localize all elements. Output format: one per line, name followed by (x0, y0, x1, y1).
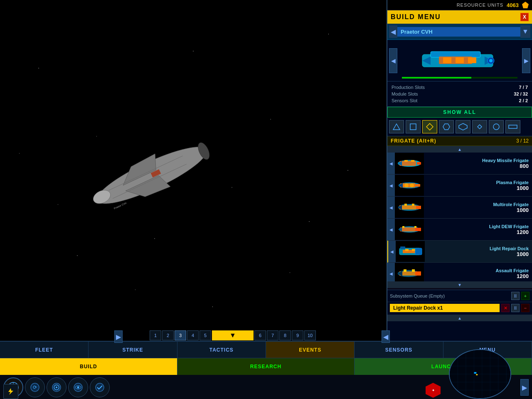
svg-text:Praetor CVH: Praetor CVH (113, 202, 127, 209)
svg-rect-62 (412, 269, 415, 272)
nav-tactics[interactable]: TACTICS (177, 342, 266, 358)
svg-rect-26 (509, 125, 517, 128)
icon-check[interactable] (90, 377, 110, 397)
ship-row-multirole[interactable]: ◀ Multirole Frigate 1000 (387, 197, 532, 219)
svg-rect-46 (400, 227, 415, 232)
light-repair-info: Light Repair Dock 1000 (425, 244, 532, 259)
preview-nav-right[interactable]: ▶ (522, 48, 530, 73)
svg-rect-49 (414, 226, 416, 228)
svg-point-37 (410, 183, 414, 187)
filter-diamond-small[interactable] (472, 120, 487, 133)
svg-rect-30 (417, 162, 421, 165)
ship-row-arrow[interactable]: ◀ (387, 153, 395, 174)
icon-lightning[interactable] (3, 384, 18, 399)
ship-selector-next[interactable]: ▼ (520, 25, 530, 38)
filter-hexagon-h[interactable] (439, 120, 454, 133)
queue-pause-btn[interactable]: II (511, 304, 520, 312)
filter-hexagon[interactable] (456, 120, 470, 133)
svg-rect-56 (400, 246, 405, 249)
center-dropdown[interactable]: ▼ (212, 330, 254, 340)
square-icon (409, 123, 417, 131)
icon-eye[interactable] (68, 377, 88, 397)
light-dew-row-arrow[interactable]: ◀ (387, 219, 395, 240)
num-tab-8[interactable]: 8 (279, 330, 291, 340)
ship-thumb-multirole (395, 197, 424, 218)
filter-rect[interactable] (505, 120, 520, 133)
light-repair-cost: 1000 (428, 251, 529, 257)
stat-sensors-label: Sensors Slot (392, 98, 417, 103)
action-research[interactable]: RESEARCH (177, 358, 355, 375)
ship-row-heavy-missile[interactable]: ◀ Heavy Missile Frigate 800 (387, 153, 532, 175)
svg-rect-20 (410, 124, 416, 130)
ship-selector-prev[interactable]: ◀ (389, 25, 397, 38)
nav-strike[interactable]: STRIKE (89, 342, 177, 358)
left-panel-expand[interactable]: ▶ (114, 330, 123, 343)
ship-list-scroll-down[interactable]: ▼ (387, 281, 532, 288)
queue-cancel-btn[interactable]: ✕ (501, 304, 510, 312)
num-tab-4[interactable]: 4 (187, 330, 199, 340)
minimap[interactable] (449, 349, 511, 399)
nav-fleet[interactable]: FLEET (0, 342, 89, 358)
stat-module-slots: Module Slots 32 / 32 (392, 91, 528, 97)
right-panel-expand[interactable]: ◀ (382, 330, 390, 343)
svg-rect-48 (402, 226, 404, 228)
nav-events[interactable]: EVENTS (266, 342, 355, 358)
num-tab-10[interactable]: 10 (304, 330, 316, 340)
num-tab-2[interactable]: 2 (162, 330, 174, 340)
preview-nav-left[interactable]: ◀ (389, 48, 397, 73)
assault-row-arrow[interactable]: ◀ (387, 263, 395, 281)
num-tab-6[interactable]: 6 (254, 330, 266, 340)
ship-row-assault[interactable]: ◀ Assault Frigate 1200 (387, 263, 532, 281)
nav-sensors[interactable]: SENSORS (355, 342, 443, 358)
subsystem-queue-pause[interactable]: II (511, 292, 520, 300)
num-tab-9[interactable]: 9 (292, 330, 303, 340)
preview-health-bar (402, 77, 517, 79)
ship-row-plasma[interactable]: ◀ Plasma Frigate 1000 (387, 175, 532, 197)
build-close-button[interactable]: X (520, 13, 529, 21)
num-tab-7[interactable]: 7 (267, 330, 278, 340)
svg-rect-13 (456, 57, 464, 63)
action-build[interactable]: BUILD (0, 358, 177, 375)
show-all-button[interactable]: SHOW ALL (387, 107, 532, 118)
subsystem-queue-plus[interactable]: + (521, 292, 530, 300)
build-menu-panel: RESOURCE UNITS 4063 BUILD MENU X ◀ Praet… (387, 0, 532, 341)
ship-list-scroll-up[interactable]: ▲ (387, 146, 532, 153)
svg-rect-43 (412, 204, 414, 206)
plasma-row-arrow[interactable]: ◀ (387, 175, 395, 196)
svg-rect-60 (415, 271, 421, 276)
icon-shield[interactable] (47, 377, 66, 397)
light-repair-name: Light Repair Dock (428, 246, 529, 251)
num-tab-3[interactable]: 3 (175, 330, 186, 340)
queue-scroll-up[interactable]: ▲ (387, 315, 532, 321)
multirole-svg (396, 198, 423, 217)
heavy-missile-name: Heavy Missile Frigate (427, 158, 529, 163)
ship-preview-area: ◀ ▶ (387, 40, 532, 81)
filter-square[interactable] (406, 120, 421, 133)
ship-row-light-repair[interactable]: ◀ Light Repair Dock 1000 (387, 241, 532, 263)
plasma-info: Plasma Frigate 1000 (424, 178, 532, 193)
multirole-row-arrow[interactable]: ◀ (387, 197, 395, 218)
expand-right-btn[interactable]: ▶ (520, 379, 529, 396)
svg-point-77 (96, 383, 104, 392)
multirole-name: Multirole Frigate (427, 202, 529, 207)
svg-rect-61 (404, 269, 406, 272)
diamond-small-icon (476, 123, 483, 131)
light-repair-row-arrow[interactable]: ◀ (388, 241, 396, 262)
svg-marker-21 (426, 123, 433, 130)
queue-minus-btn[interactable]: − (521, 304, 530, 312)
ship-thumb-assault (395, 263, 424, 281)
svg-rect-31 (404, 160, 408, 162)
stat-module-value: 32 / 32 (514, 91, 528, 96)
filter-diamond[interactable] (422, 120, 437, 133)
svg-rect-35 (415, 184, 420, 187)
icon-move[interactable]: ⟳ (25, 377, 45, 397)
ship-row-light-dew[interactable]: ◀ Light DEW Frigate 1200 (387, 219, 532, 241)
stat-sensors-slot: Sensors Slot 2 / 2 (392, 97, 528, 104)
active-queue-row: Light Repair Dock x1 ✕ II − (387, 302, 532, 314)
diamond-icon (426, 123, 433, 131)
section-title: FRIGATE (Alt+R) (391, 138, 436, 144)
filter-triangle[interactable] (389, 120, 404, 133)
filter-circle[interactable] (489, 120, 504, 133)
num-tab-1[interactable]: 1 (150, 330, 161, 340)
num-tab-5[interactable]: 5 (200, 330, 211, 340)
